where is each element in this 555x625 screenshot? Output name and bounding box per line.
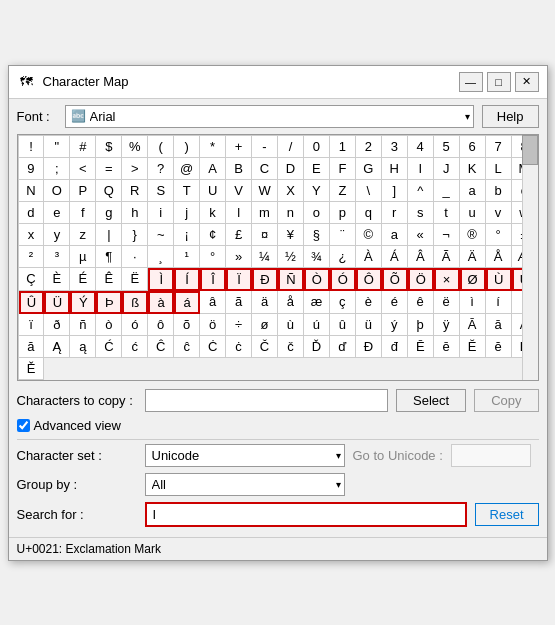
char-cell[interactable]: 3	[382, 136, 408, 158]
char-cell[interactable]: ¬	[434, 224, 460, 246]
char-cell[interactable]: ½	[278, 246, 304, 268]
char-cell[interactable]: ¿	[330, 246, 356, 268]
char-cell[interactable]: Ì	[148, 268, 174, 291]
char-cell[interactable]: ¥	[278, 224, 304, 246]
char-cell[interactable]: Ï	[226, 268, 252, 291]
char-cell[interactable]: \	[356, 180, 382, 202]
char-cell[interactable]: h	[122, 202, 148, 224]
char-cell[interactable]: o	[304, 202, 330, 224]
char-cell[interactable]: L	[486, 158, 512, 180]
char-cell[interactable]: C	[252, 158, 278, 180]
char-cell[interactable]: ú	[304, 314, 330, 336]
char-cell[interactable]: ò	[96, 314, 122, 336]
char-cell[interactable]: _	[434, 180, 460, 202]
char-cell[interactable]: é	[382, 291, 408, 314]
char-cell[interactable]: Ó	[330, 268, 356, 291]
char-cell[interactable]: Ď	[304, 336, 330, 358]
char-cell[interactable]: x	[19, 224, 45, 246]
char-cell[interactable]: ÿ	[434, 314, 460, 336]
char-cell[interactable]: |	[96, 224, 122, 246]
char-cell[interactable]: Ĕ	[460, 336, 486, 358]
help-button[interactable]: Help	[482, 105, 539, 128]
char-cell[interactable]: ċ	[226, 336, 252, 358]
char-cell[interactable]: â	[200, 291, 226, 314]
char-cell[interactable]: ď	[330, 336, 356, 358]
char-cell[interactable]: z	[70, 224, 96, 246]
char-cell[interactable]: ù	[278, 314, 304, 336]
char-cell[interactable]: ²	[19, 246, 45, 268]
char-cell[interactable]: ô	[148, 314, 174, 336]
char-cell[interactable]: P	[70, 180, 96, 202]
char-cell[interactable]: õ	[174, 314, 200, 336]
char-cell[interactable]: 9	[19, 158, 45, 180]
char-cell[interactable]: (	[148, 136, 174, 158]
advanced-view-label[interactable]: Advanced view	[17, 418, 121, 433]
char-cell[interactable]: «	[408, 224, 434, 246]
char-cell[interactable]: °	[200, 246, 226, 268]
char-cell[interactable]: R	[122, 180, 148, 202]
char-cell[interactable]: ñ	[70, 314, 96, 336]
char-cell[interactable]: X	[278, 180, 304, 202]
char-cell[interactable]: »	[226, 246, 252, 268]
char-cell[interactable]: Ù	[486, 268, 512, 291]
char-cell[interactable]: r	[382, 202, 408, 224]
char-cell[interactable]: )	[174, 136, 200, 158]
char-cell[interactable]: Ċ	[200, 336, 226, 358]
char-cell[interactable]: K	[460, 158, 486, 180]
char-cell[interactable]: e	[44, 202, 70, 224]
close-button[interactable]: ✕	[515, 72, 539, 92]
char-cell[interactable]: ·	[122, 246, 148, 268]
scrollbar[interactable]	[522, 135, 538, 380]
char-cell[interactable]: å	[278, 291, 304, 314]
char-cell[interactable]: }	[122, 224, 148, 246]
char-cell[interactable]: b	[486, 180, 512, 202]
char-cell[interactable]: ¹	[174, 246, 200, 268]
char-cell[interactable]: À	[356, 246, 382, 268]
char-cell[interactable]: E	[304, 158, 330, 180]
char-cell[interactable]: Õ	[382, 268, 408, 291]
char-cell[interactable]: I	[408, 158, 434, 180]
char-cell[interactable]: v	[486, 202, 512, 224]
char-cell[interactable]: t	[434, 202, 460, 224]
char-cell[interactable]: O	[44, 180, 70, 202]
char-cell[interactable]: ®	[460, 224, 486, 246]
char-cell[interactable]: g	[96, 202, 122, 224]
char-cell[interactable]: <	[70, 158, 96, 180]
char-cell[interactable]: $	[96, 136, 122, 158]
char-cell[interactable]: W	[252, 180, 278, 202]
char-cell[interactable]: u	[460, 202, 486, 224]
char-cell[interactable]: ý	[382, 314, 408, 336]
minimize-button[interactable]: —	[459, 72, 483, 92]
char-cell[interactable]: J	[434, 158, 460, 180]
char-cell[interactable]: ó	[122, 314, 148, 336]
char-cell[interactable]: @	[174, 158, 200, 180]
char-cell[interactable]: i	[148, 202, 174, 224]
char-cell[interactable]: Û	[19, 291, 45, 314]
char-cell[interactable]: -	[252, 136, 278, 158]
char-cell[interactable]: U	[200, 180, 226, 202]
char-cell[interactable]: 2	[356, 136, 382, 158]
char-cell[interactable]: č	[278, 336, 304, 358]
char-cell[interactable]: ³	[44, 246, 70, 268]
char-cell[interactable]: Ć	[96, 336, 122, 358]
char-cell[interactable]: Ý	[70, 291, 96, 314]
char-cell[interactable]: £	[226, 224, 252, 246]
char-cell[interactable]: a	[460, 180, 486, 202]
char-cell[interactable]: V	[226, 180, 252, 202]
advanced-view-checkbox[interactable]	[17, 419, 30, 432]
char-cell[interactable]: Ñ	[278, 268, 304, 291]
char-cell[interactable]: n	[278, 202, 304, 224]
char-cell[interactable]: 4	[408, 136, 434, 158]
char-cell[interactable]: /	[278, 136, 304, 158]
char-cell[interactable]: %	[122, 136, 148, 158]
char-cell[interactable]: ö	[200, 314, 226, 336]
char-cell[interactable]: ã	[226, 291, 252, 314]
char-cell[interactable]: q	[356, 202, 382, 224]
copy-button[interactable]: Copy	[474, 389, 538, 412]
char-cell[interactable]: j	[174, 202, 200, 224]
char-cell[interactable]: Î	[200, 268, 226, 291]
char-cell[interactable]: "	[44, 136, 70, 158]
char-cell[interactable]: ;	[44, 158, 70, 180]
char-cell[interactable]: í	[486, 291, 512, 314]
char-cell[interactable]: Ò	[304, 268, 330, 291]
